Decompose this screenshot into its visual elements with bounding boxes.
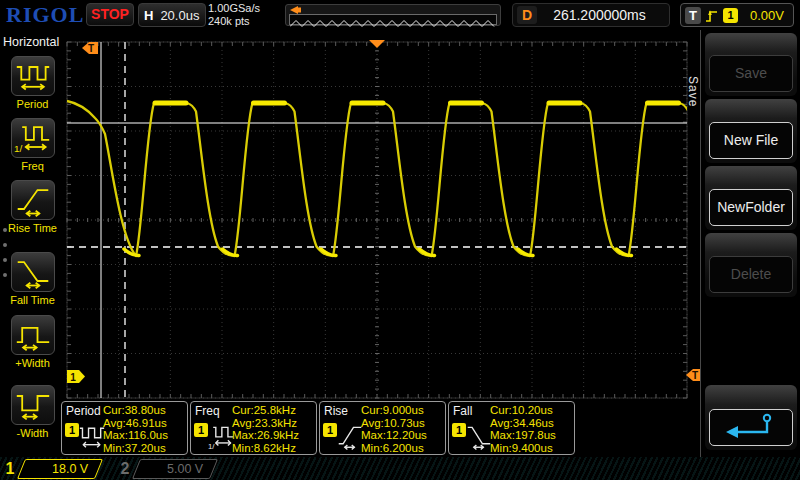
measurement-row: Max:26.9kHz	[232, 429, 299, 442]
svg-text:1: 1	[70, 372, 76, 383]
measurement-row: Max:197.8us	[490, 429, 556, 442]
sidebar-item-fall-time[interactable]: Fall Time	[0, 252, 65, 306]
measurement-row: Max:116.0us	[103, 429, 168, 442]
soft-button-slot	[705, 385, 797, 450]
channel-badge: 1	[65, 423, 79, 437]
svg-text:T: T	[692, 370, 698, 381]
plus-width-icon	[13, 317, 53, 353]
timebase-value: 20.0us	[160, 8, 199, 23]
new-file-button[interactable]: New File	[709, 122, 793, 159]
measurement-row: Max:12.20us	[361, 429, 427, 442]
new-folder-button[interactable]: NewFolder	[709, 189, 793, 226]
fall-icon	[466, 420, 492, 452]
sidebar-item-period[interactable]: Period	[0, 56, 65, 110]
trigger-source-badge: 1	[723, 8, 738, 23]
period-icon	[13, 58, 53, 94]
sidebar-item-freq[interactable]: 1/ Freq	[0, 118, 65, 172]
rise-time-icon	[13, 182, 53, 218]
measurement-row: Min:9.400us	[490, 442, 556, 455]
freq-icon: 1/	[208, 420, 234, 452]
return-button[interactable]	[709, 409, 793, 446]
minus-width-icon	[13, 387, 53, 423]
delete-button[interactable]: Delete	[709, 256, 793, 293]
t-label: T	[685, 7, 701, 24]
measurement-panel-period[interactable]: Period 1 Cur:38.80us Avg:46.91us Max:116…	[61, 401, 188, 455]
window-position-marker	[289, 6, 303, 14]
trigger-level-marker[interactable]: T	[686, 369, 700, 381]
menu-page-dots	[3, 228, 7, 277]
channel2-tag[interactable]: 2 5.00 V	[118, 458, 214, 479]
measurement-row: Cur:10.20us	[490, 404, 556, 417]
svg-text:1/: 1/	[208, 442, 215, 451]
return-arrow-icon	[710, 410, 794, 444]
freq-icon: 1/	[13, 120, 53, 156]
svg-text:T: T	[88, 43, 94, 54]
channel-badge: 1	[323, 423, 337, 437]
measurement-row: Avg:46.91us	[103, 417, 168, 430]
channel1-scale: 18.0 V	[52, 462, 88, 476]
dc-coupling-icon	[32, 465, 45, 473]
channel-badge: 1	[194, 423, 208, 437]
save-button[interactable]: Save	[709, 55, 793, 92]
h-label: H	[144, 8, 153, 23]
oscilloscope-screen: RIGOL STOP H 20.0us 1.00GSa/s 240k pts D…	[0, 0, 800, 480]
rise-icon	[337, 420, 363, 452]
menu-tab-label: Save	[686, 76, 700, 107]
d-label: D	[517, 6, 537, 24]
memory-waveform-thumbnail	[290, 18, 496, 29]
trigger-box[interactable]: T 1 0.00V	[680, 3, 794, 27]
left-function-menu: Horizontal Period 1/ Freq Rise Time	[0, 30, 65, 456]
measurement-panel-fall[interactable]: Fall 1 Cur:10.20us Avg:34.46us Max:197.8…	[448, 401, 575, 455]
left-menu-title: Horizontal	[0, 30, 65, 49]
soft-button-slot: Save	[705, 33, 797, 96]
delay-box[interactable]: D 261.200000ms	[512, 3, 670, 27]
trigger-level-value: 0.00V	[750, 8, 784, 23]
run-state-badge[interactable]: STOP	[86, 3, 134, 26]
measurement-row: Avg:23.3kHz	[232, 417, 299, 430]
waveform-memory-preview[interactable]	[285, 4, 501, 26]
sidebar-item-rise-time[interactable]: Rise Time	[0, 180, 65, 234]
sidebar-item-plus-width[interactable]: +Width	[0, 315, 65, 369]
channel1-tag[interactable]: 1 18.0 V	[3, 458, 99, 479]
measurement-row: Cur:25.8kHz	[232, 404, 299, 417]
memory-depth: 240k pts	[208, 15, 260, 28]
measurement-row: Avg:34.46us	[490, 417, 556, 430]
soft-button-slot: Delete	[705, 233, 797, 297]
measurement-row: Avg:10.73us	[361, 417, 427, 430]
graticule: T 1 T	[65, 30, 700, 455]
channel2-scale: 5.00 V	[167, 462, 203, 476]
period-icon	[79, 420, 105, 452]
dc-coupling-icon	[147, 465, 160, 473]
channel-badge: 1	[452, 423, 466, 437]
measurement-row: Min:8.62kHz	[232, 442, 299, 455]
svg-text:1/: 1/	[14, 143, 22, 154]
delay-value: 261.200000ms	[553, 7, 646, 23]
measurement-row: Min:6.200us	[361, 442, 427, 455]
measurement-row: Min:37.20us	[103, 442, 168, 455]
soft-button-slot: New File	[705, 99, 797, 163]
fall-time-icon	[13, 254, 53, 290]
acquisition-info: 1.00GSa/s 240k pts	[208, 2, 260, 28]
top-status-bar: RIGOL STOP H 20.0us 1.00GSa/s 240k pts D…	[0, 0, 800, 30]
measurement-row: Cur:9.000us	[361, 404, 427, 417]
measurement-panel-rise[interactable]: Rise 1 Cur:9.000us Avg:10.73us Max:12.20…	[319, 401, 446, 455]
soft-button-slot: NewFolder	[705, 166, 797, 230]
horizontal-timebase-box[interactable]: H 20.0us	[138, 3, 206, 27]
channel2-number: 2	[118, 460, 132, 478]
measurement-panel-freq[interactable]: Freq 1 1/ Cur:25.8kHz Avg:23.3kHz Max:26…	[190, 401, 317, 455]
channel-status-bar: 1 18.0 V 2 5.00 V	[0, 457, 800, 480]
channel1-number: 1	[3, 460, 17, 478]
sidebar-item-minus-width[interactable]: -Width	[0, 385, 65, 439]
sample-rate: 1.00GSa/s	[208, 2, 260, 15]
measurement-row: Cur:38.80us	[103, 404, 168, 417]
edge-trigger-icon	[705, 7, 719, 24]
right-soft-menu: Save New File NewFolder Delete	[700, 30, 800, 460]
brand-logo: RIGOL	[6, 2, 84, 28]
